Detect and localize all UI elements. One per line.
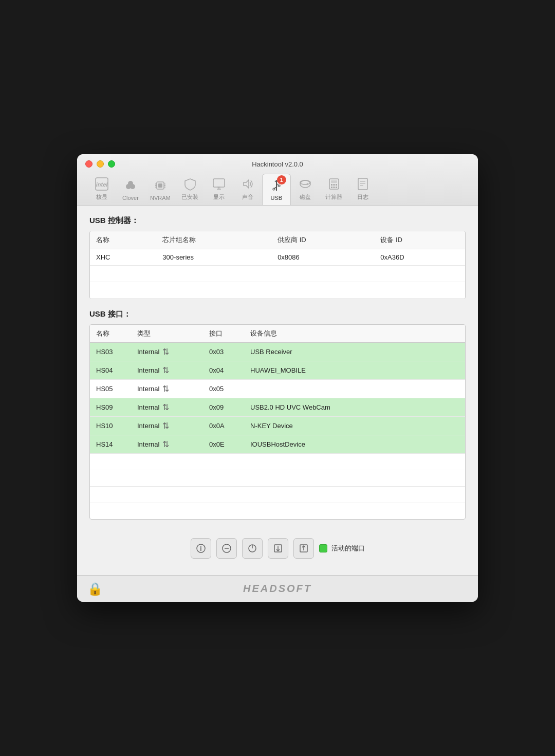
brand-label: HEADSOFT xyxy=(243,583,312,595)
port-name: HS04 xyxy=(90,361,131,379)
content-area: USB 控制器： 名称 芯片组名称 供应商 ID 设备 ID XHC xyxy=(77,206,478,575)
toolbar-label-usb: USB xyxy=(270,195,282,201)
col-device-id: 设备 ID xyxy=(374,231,465,249)
speaker-icon xyxy=(239,176,256,192)
type-spinner[interactable]: ⇅ xyxy=(162,365,169,375)
type-spinner[interactable]: ⇅ xyxy=(162,347,169,357)
port-name: HS03 xyxy=(90,342,131,361)
table-row-empty xyxy=(90,486,465,503)
toolbar-item-disk[interactable]: 磁盘 xyxy=(291,173,320,205)
toolbar-item-log[interactable]: 日志 xyxy=(348,173,377,205)
table-row[interactable]: HS05 Internal ⇅ 0x05 xyxy=(90,379,465,398)
table-row-empty xyxy=(90,503,465,519)
toolbar-item-clover[interactable]: Clover xyxy=(116,174,145,205)
type-spinner[interactable]: ⇅ xyxy=(162,421,169,431)
svg-rect-28 xyxy=(331,180,337,183)
controller-vendor-id: 0x8086 xyxy=(271,249,374,266)
table-row[interactable]: HS09 Internal ⇅ 0x09 USB2.0 HD UVC WebCa… xyxy=(90,398,465,416)
port-type: Internal ⇅ xyxy=(131,435,203,453)
type-spinner[interactable]: ⇅ xyxy=(162,402,169,412)
usb-ports-section: USB 接口： 名称 类型 接口 设备信息 HS03 Interna xyxy=(89,309,466,520)
toolbar-item-display[interactable]: 显示 xyxy=(205,173,233,205)
usb-controller-title: USB 控制器： xyxy=(89,216,466,226)
toolbar-label-core: 核显 xyxy=(96,193,107,201)
type-spinner[interactable]: ⇅ xyxy=(162,384,169,394)
shield-icon xyxy=(182,176,198,192)
table-row-empty xyxy=(90,453,465,470)
active-port-checkbox[interactable] xyxy=(319,544,327,552)
toolbar-label-nvram: NVRAM xyxy=(150,195,171,201)
main-window: Hackintool v2.0.0 intel 核显 xyxy=(77,154,478,602)
svg-text:intel: intel xyxy=(96,181,108,188)
table-row-empty xyxy=(90,470,465,486)
active-port-container: 活动的端口 xyxy=(319,544,365,553)
port-col-type: 类型 xyxy=(131,325,203,343)
toolbar-item-usb[interactable]: 1 USB xyxy=(262,174,291,205)
svg-rect-34 xyxy=(336,187,337,188)
port-type: Internal ⇅ xyxy=(131,398,203,416)
close-button[interactable] xyxy=(85,160,92,168)
usb-ports-table: 名称 类型 接口 设备信息 HS03 Internal ⇅ 0x03 USB R… xyxy=(90,325,465,520)
usb-controller-table-container: 名称 芯片组名称 供应商 ID 设备 ID XHC 300-series 0x8… xyxy=(89,231,466,299)
toolbar-label-disk: 磁盘 xyxy=(300,193,311,201)
port-col-device: 设备信息 xyxy=(244,325,465,343)
port-device: N-KEY Device xyxy=(244,416,465,435)
chip-icon xyxy=(152,177,169,194)
port-type: Internal ⇅ xyxy=(131,379,203,398)
bottom-toolbar: i xyxy=(89,530,466,565)
svg-rect-29 xyxy=(331,184,332,186)
usb-controller-section: USB 控制器： 名称 芯片组名称 供应商 ID 设备 ID XHC xyxy=(89,216,466,299)
port-port: 0x05 xyxy=(203,379,244,398)
usb-ports-title: USB 接口： xyxy=(89,309,466,319)
maximize-button[interactable] xyxy=(108,160,115,168)
table-row[interactable]: HS14 Internal ⇅ 0x0E IOUSBHostDevice xyxy=(90,435,465,453)
svg-point-26 xyxy=(306,183,308,185)
port-name: HS05 xyxy=(90,379,131,398)
table-row[interactable]: HS04 Internal ⇅ 0x04 HUAWEI_MOBILE xyxy=(90,361,465,379)
table-row[interactable]: XHC 300-series 0x8086 0xA36D xyxy=(90,249,465,266)
toolbar-item-installed[interactable]: 已安装 xyxy=(176,173,205,205)
svg-point-5 xyxy=(128,183,133,188)
type-spinner[interactable]: ⇅ xyxy=(162,439,169,449)
calc-icon xyxy=(326,176,342,192)
table-row[interactable]: HS10 Internal ⇅ 0x0A N-KEY Device xyxy=(90,416,465,435)
toolbar-item-calc[interactable]: 计算器 xyxy=(320,173,348,205)
port-type: Internal ⇅ xyxy=(131,361,203,379)
controller-device-id: 0xA36D xyxy=(374,249,465,266)
remove-button[interactable] xyxy=(216,538,237,559)
toolbar-item-sound[interactable]: 声音 xyxy=(233,173,262,205)
port-port: 0x0E xyxy=(203,435,244,453)
titlebar: Hackintool v2.0.0 intel 核显 xyxy=(77,154,478,206)
col-vendor-id: 供应商 ID xyxy=(271,231,374,249)
port-port: 0x0A xyxy=(203,416,244,435)
svg-rect-33 xyxy=(333,187,335,188)
svg-rect-30 xyxy=(333,184,335,186)
export-button[interactable] xyxy=(293,538,314,559)
log-icon xyxy=(355,176,371,192)
controller-chipset: 300-series xyxy=(156,249,271,266)
svg-rect-22 xyxy=(278,185,280,187)
toolbar-label-clover: Clover xyxy=(122,195,139,201)
table-row-empty xyxy=(90,282,465,299)
table-row-empty xyxy=(90,266,465,282)
usb-badge: 1 xyxy=(277,175,286,185)
window-title: Hackintool v2.0.0 xyxy=(252,160,303,168)
toolbar-item-nvram[interactable]: NVRAM xyxy=(145,174,176,205)
intel-icon: intel xyxy=(94,176,110,192)
info-button[interactable]: i xyxy=(191,538,211,559)
toolbar-label-sound: 声音 xyxy=(242,193,253,201)
table-row[interactable]: HS03 Internal ⇅ 0x03 USB Receiver xyxy=(90,342,465,361)
svg-rect-31 xyxy=(336,184,337,186)
port-device: USB2.0 HD UVC WebCam xyxy=(244,398,465,416)
power-button[interactable] xyxy=(242,538,263,559)
import-button[interactable] xyxy=(268,538,288,559)
toolbar-label-calc: 计算器 xyxy=(325,193,342,201)
svg-rect-14 xyxy=(213,179,225,187)
port-port: 0x04 xyxy=(203,361,244,379)
port-type: Internal ⇅ xyxy=(131,416,203,435)
clover-icon xyxy=(122,177,139,194)
toolbar-item-core[interactable]: intel 核显 xyxy=(87,173,116,205)
lock-icon: 🔒 xyxy=(87,582,103,596)
port-type: Internal ⇅ xyxy=(131,342,203,361)
minimize-button[interactable] xyxy=(97,160,104,168)
